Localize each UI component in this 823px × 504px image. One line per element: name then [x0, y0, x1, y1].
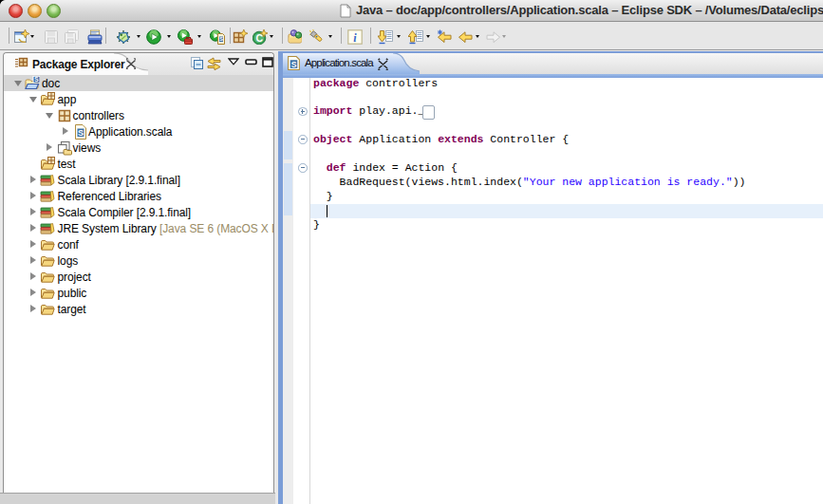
svg-text:S: S	[219, 36, 223, 42]
svg-text:S: S	[291, 60, 297, 69]
